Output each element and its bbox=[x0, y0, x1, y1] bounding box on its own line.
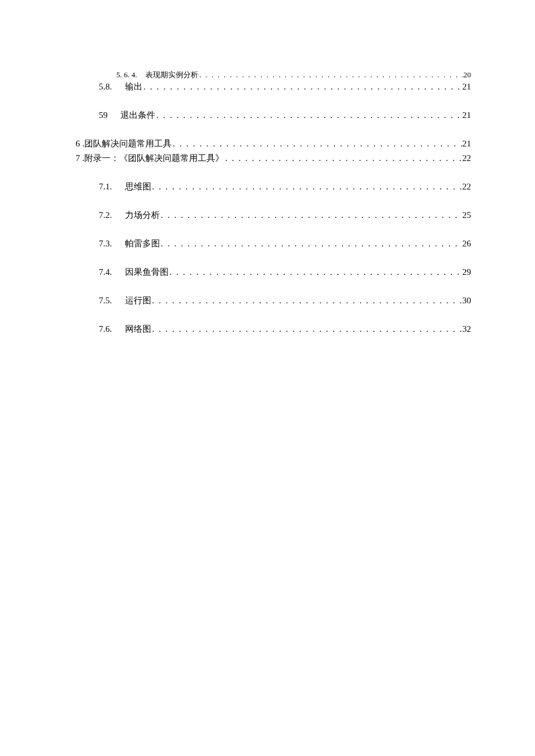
toc-title: 运行图 bbox=[112, 295, 151, 306]
toc-leader bbox=[155, 110, 462, 120]
toc-leader bbox=[151, 296, 463, 306]
toc-page: 21 bbox=[462, 110, 471, 120]
toc-entry: 7.4. 因果鱼骨图 29 bbox=[76, 267, 471, 278]
toc-leader bbox=[169, 267, 463, 277]
toc-number: 5.8. bbox=[99, 82, 112, 92]
toc-page: 32 bbox=[462, 324, 471, 334]
toc-number: 7.6. bbox=[99, 324, 112, 334]
toc-title: .附录一：《团队解决问题常用工具》 bbox=[80, 153, 224, 164]
toc-page: 30 bbox=[462, 296, 471, 306]
toc-number: 5. 6. 4. bbox=[116, 70, 137, 80]
toc-number: 7.1. bbox=[99, 182, 112, 192]
toc-page: 22 bbox=[462, 153, 471, 163]
toc-page: 26 bbox=[462, 239, 471, 249]
toc-number: 59 bbox=[99, 110, 108, 120]
toc-page: 21 bbox=[462, 82, 471, 92]
toc-title: 因果鱼骨图 bbox=[112, 267, 169, 278]
toc-leader bbox=[160, 210, 463, 220]
toc-entry: 7.3. 帕雷多图 26 bbox=[76, 238, 471, 249]
toc-entry: 5. 6. 4. 表现期实例分析 20 bbox=[76, 70, 471, 80]
toc-entry: 6 .团队解决问题常用工具 21 bbox=[76, 138, 471, 149]
toc-page: 22 bbox=[462, 182, 471, 192]
toc-title: .团队解决问题常用工具 bbox=[80, 138, 172, 149]
toc-leader bbox=[224, 153, 462, 163]
toc-title: 退出条件 bbox=[108, 110, 155, 121]
toc-number: 7.4. bbox=[99, 267, 112, 277]
toc-title: 帕雷多图 bbox=[112, 238, 160, 249]
toc-entry: 7.5. 运行图 30 bbox=[76, 295, 471, 306]
toc-entry: 7.2. 力场分析 25 bbox=[76, 210, 471, 221]
toc-entry: 7 .附录一：《团队解决问题常用工具》 22 bbox=[76, 153, 471, 164]
toc-number: 7.5. bbox=[99, 296, 112, 306]
page: 5. 6. 4. 表现期实例分析 20 5.8. 输出 21 59 退出条件 2… bbox=[0, 0, 535, 335]
toc-leader bbox=[142, 82, 463, 92]
toc-page: 25 bbox=[462, 210, 471, 220]
toc-entry: 59 退出条件 21 bbox=[76, 110, 471, 121]
toc-title: 思维图 bbox=[112, 181, 151, 192]
toc-number: 7.3. bbox=[99, 239, 112, 249]
toc-title: 表现期实例分析 bbox=[137, 70, 198, 80]
toc-page: 21 bbox=[462, 139, 471, 149]
toc-leader bbox=[151, 324, 463, 334]
toc-leader bbox=[198, 70, 463, 80]
toc-leader bbox=[172, 139, 462, 149]
toc-leader bbox=[160, 239, 463, 249]
toc-entry: 7.6. 网络图 32 bbox=[76, 324, 471, 335]
toc-title: 网络图 bbox=[112, 324, 151, 335]
toc-entry: 5.8. 输出 21 bbox=[76, 81, 471, 92]
toc-page: 29 bbox=[462, 267, 471, 277]
toc-number: 7 bbox=[76, 153, 80, 163]
toc-title: 力场分析 bbox=[112, 210, 160, 221]
toc-number: 7.2. bbox=[99, 210, 112, 220]
toc-leader bbox=[151, 182, 463, 192]
toc-title: 输出 bbox=[112, 81, 142, 92]
toc-number: 6 bbox=[76, 139, 80, 149]
toc-entry: 7.1. 思维图 22 bbox=[76, 181, 471, 192]
toc-page: 20 bbox=[463, 70, 471, 80]
